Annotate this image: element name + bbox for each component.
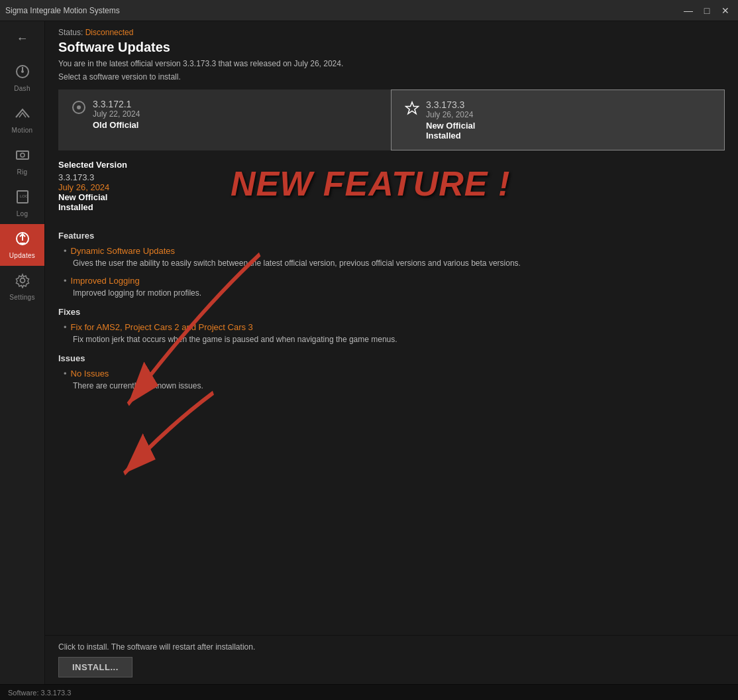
motion-icon bbox=[14, 105, 31, 124]
issue-item-1: No Issues There are currently no known i… bbox=[58, 369, 722, 392]
sidebar-item-rig[interactable]: Rig bbox=[0, 141, 44, 182]
app-body: ← Dash Motion bbox=[0, 21, 738, 684]
sidebar-item-log[interactable]: LOG Log bbox=[0, 182, 44, 224]
svg-point-9 bbox=[77, 105, 81, 109]
details-outer: NEW FEATURE ! Selected Version 3.3. bbox=[58, 150, 725, 635]
new-version-date: July 26, 2024 bbox=[426, 110, 475, 119]
sidebar-item-dash-label: Dash bbox=[14, 85, 30, 92]
page-title: Software Updates bbox=[58, 40, 725, 55]
old-version-text: 3.3.172.1 July 22, 2024 Old Official bbox=[93, 99, 140, 130]
svg-point-7 bbox=[20, 278, 25, 283]
sidebar-item-motion[interactable]: Motion bbox=[0, 99, 44, 141]
features-heading: Features bbox=[58, 231, 722, 241]
settings-icon bbox=[14, 272, 31, 291]
feature-title-2: Improved Logging bbox=[64, 276, 722, 286]
issue-desc-1: There are currently no known issues. bbox=[64, 380, 722, 392]
issues-heading: Issues bbox=[58, 353, 722, 363]
fix-desc-1: Fix motion jerk that occurs when the gam… bbox=[64, 333, 722, 345]
sidebar: ← Dash Motion bbox=[0, 21, 45, 684]
bottom-bar: Click to install. The software will rest… bbox=[45, 635, 738, 684]
issue-title-1: No Issues bbox=[64, 369, 722, 379]
new-version-icon bbox=[405, 101, 419, 119]
header-section: Status: Disconnected Software Updates Yo… bbox=[45, 21, 738, 89]
sidebar-item-settings-label: Settings bbox=[9, 294, 35, 301]
new-version-text: 3.3.173.3 July 26, 2024 New Official Ins… bbox=[426, 99, 475, 141]
title-bar-text: Sigma Integrale Motion Systems bbox=[5, 6, 120, 15]
version-info: You are in the latest official version 3… bbox=[58, 59, 725, 68]
dash-icon bbox=[14, 64, 31, 82]
version-card-new[interactable]: 3.3.173.3 July 26, 2024 New Official Ins… bbox=[391, 89, 725, 150]
card-top-old: 3.3.172.1 July 22, 2024 Old Official bbox=[72, 99, 378, 130]
fix-item-1: Fix for AMS2, Project Cars 2 and Project… bbox=[58, 322, 722, 345]
maximize-button[interactable]: □ bbox=[700, 3, 714, 18]
svg-marker-10 bbox=[406, 102, 419, 114]
feature-desc-1: Gives the user the ability to easily swi… bbox=[64, 257, 722, 269]
old-version-number: 3.3.172.1 bbox=[93, 99, 140, 109]
new-version-number: 3.3.173.3 bbox=[426, 99, 475, 110]
old-version-type: Old Official bbox=[93, 120, 140, 130]
fixes-heading: Fixes bbox=[58, 307, 722, 317]
feature-desc-2: Improved logging for motion profiles. bbox=[64, 287, 722, 299]
close-button[interactable]: ✕ bbox=[718, 3, 733, 18]
log-icon: LOG bbox=[14, 189, 31, 207]
svg-rect-2 bbox=[17, 151, 28, 159]
sel-version-type: New Official bbox=[58, 192, 722, 202]
select-prompt: Select a software version to install. bbox=[58, 72, 725, 82]
details-scroll[interactable]: Selected Version 3.3.173.3 July 26, 2024… bbox=[58, 150, 725, 635]
old-version-date: July 22, 2024 bbox=[93, 109, 140, 119]
status-value: Disconnected bbox=[85, 28, 134, 37]
updates-icon bbox=[14, 231, 31, 249]
sidebar-item-motion-label: Motion bbox=[12, 127, 33, 134]
svg-text:LOG: LOG bbox=[20, 194, 28, 198]
title-bar: Sigma Integrale Motion Systems — □ ✕ bbox=[0, 0, 738, 21]
sel-version-date: July 26, 2024 bbox=[58, 182, 722, 192]
status-bar-text: Software: 3.3.173.3 bbox=[8, 689, 71, 697]
minimize-button[interactable]: — bbox=[681, 3, 696, 18]
sel-version-number: 3.3.173.3 bbox=[58, 172, 722, 182]
svg-point-1 bbox=[21, 70, 24, 73]
feature-item-2: Improved Logging Improved logging for mo… bbox=[58, 276, 722, 299]
svg-point-3 bbox=[21, 153, 25, 157]
selected-version-section: Selected Version 3.3.173.3 July 26, 2024… bbox=[58, 150, 722, 223]
title-bar-controls: — □ ✕ bbox=[681, 3, 733, 18]
sidebar-item-log-label: Log bbox=[17, 210, 28, 217]
sidebar-item-rig-label: Rig bbox=[17, 168, 28, 176]
rig-icon bbox=[14, 147, 31, 166]
new-version-type: New Official bbox=[426, 121, 475, 131]
sidebar-item-settings[interactable]: Settings bbox=[0, 266, 44, 308]
feature-title-1: Dynamic Software Updates bbox=[64, 246, 722, 256]
version-card-old[interactable]: 3.3.172.1 July 22, 2024 Old Official bbox=[58, 89, 391, 150]
install-button[interactable]: INSTALL... bbox=[58, 657, 132, 677]
back-button[interactable]: ← bbox=[8, 27, 37, 50]
sidebar-item-updates-label: Updates bbox=[9, 252, 35, 259]
status-label: Status: bbox=[58, 28, 83, 37]
sel-version-installed: Installed bbox=[58, 202, 722, 212]
main-content: Status: Disconnected Software Updates Yo… bbox=[45, 21, 738, 684]
card-top-new: 3.3.173.3 July 26, 2024 New Official Ins… bbox=[405, 99, 711, 141]
old-version-icon bbox=[72, 100, 86, 118]
feature-item-1: Dynamic Software Updates Gives the user … bbox=[58, 246, 722, 269]
sidebar-item-updates[interactable]: Updates bbox=[0, 224, 44, 266]
sidebar-item-dash[interactable]: Dash bbox=[0, 57, 44, 99]
selected-version-label: Selected Version bbox=[58, 160, 722, 170]
new-version-installed: Installed bbox=[426, 131, 475, 141]
fix-title-1: Fix for AMS2, Project Cars 2 and Project… bbox=[64, 322, 722, 332]
version-cards: 3.3.172.1 July 22, 2024 Old Official 3.3… bbox=[58, 89, 725, 150]
install-info: Click to install. The software will rest… bbox=[58, 642, 725, 652]
status-line: Status: Disconnected bbox=[58, 28, 725, 37]
status-bar: Software: 3.3.173.3 bbox=[0, 684, 738, 700]
